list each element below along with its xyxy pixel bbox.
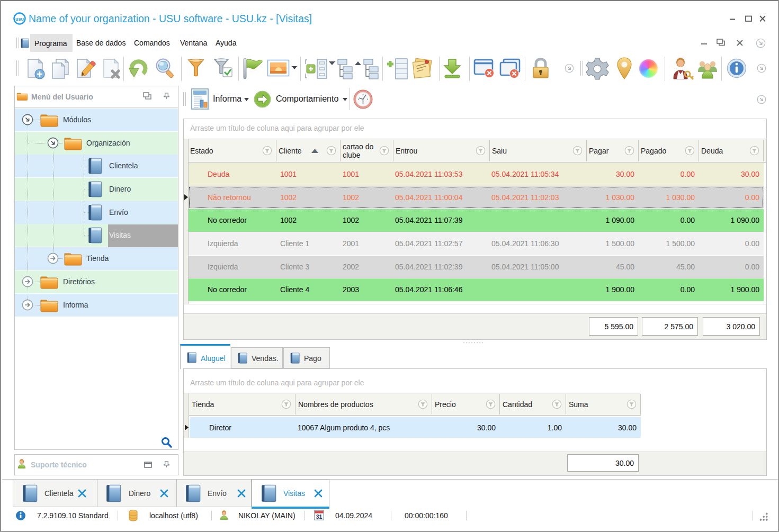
svg-text:31: 31 bbox=[316, 513, 323, 520]
svg-text:usu: usu bbox=[15, 16, 24, 22]
